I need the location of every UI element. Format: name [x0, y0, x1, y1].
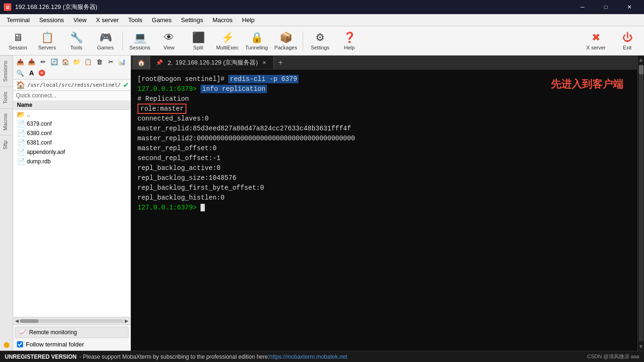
menu-xserver[interactable]: X server [91, 16, 123, 24]
scroll-left-arrow[interactable]: ◀ [15, 318, 19, 323]
left-tab-sftp[interactable]: Sftp [0, 135, 13, 154]
scroll-down-arrow[interactable]: ▼ [637, 342, 644, 351]
xserver-label: X server [587, 45, 606, 50]
xserver-button[interactable]: ✖ X server [580, 28, 612, 54]
terminal-output[interactable]: 先进入到客户端 [root@bogon sentinel]# redis-cli… [131, 70, 637, 351]
download-button[interactable]: 📥 [26, 56, 37, 67]
terminal-line: repl_backlog_histlen:0 [137, 193, 631, 203]
find-button[interactable]: 🔍 [15, 68, 25, 78]
close-panel-button[interactable]: ✕ [39, 70, 45, 76]
font-button[interactable]: A [26, 68, 37, 78]
terminal-line: second_repl_offset:-1 [137, 153, 631, 163]
scroll-right-arrow[interactable]: ▶ [125, 318, 129, 323]
packages-button[interactable]: 📦 Packages [272, 28, 300, 54]
terminal-line: connected_slaves:0 [137, 114, 631, 124]
session-tab-title: 192.168.126.129 (京淘服务器) [176, 58, 258, 67]
list-item[interactable]: 📄 dump.rdb [13, 157, 130, 166]
session-label: Session [8, 45, 27, 50]
remote-monitor-label: Remote monitoring [29, 329, 77, 336]
menu-terminal[interactable]: Terminal [2, 16, 34, 24]
help-button[interactable]: ❓ Help [335, 28, 363, 54]
main-layout: Sessions Tools Macros Sftp 📤 📥 ✏ 🔄 🏠 📁 📋… [0, 56, 644, 351]
new-folder-button[interactable]: 📁 [72, 56, 82, 67]
tab-close-button[interactable]: ✕ [261, 59, 268, 66]
session-icon: 🖥 [13, 32, 23, 44]
status-link[interactable]: https://mobaxterm.mobatek.net [269, 354, 347, 360]
list-item[interactable]: 📄 6380.conf [13, 129, 130, 138]
new-tab-button[interactable]: + [274, 56, 287, 69]
exit-button[interactable]: ⏻ Exit [614, 28, 640, 54]
horizontal-scrollbar[interactable]: ◀ ▶ [13, 317, 130, 324]
list-item[interactable]: 📄 6379.conf [13, 119, 130, 129]
delete-button[interactable]: 🗑 [94, 56, 105, 67]
scroll-up-arrow[interactable]: ▲ [637, 56, 644, 64]
copy-button[interactable]: 📋 [83, 56, 93, 67]
menu-macros[interactable]: Macros [208, 16, 237, 24]
games-button[interactable]: 🎮 Games [91, 28, 120, 54]
file-name: dump.rdb [27, 158, 51, 165]
xserver-icon: ✖ [592, 32, 600, 44]
menu-tools[interactable]: Tools [123, 16, 147, 24]
upload-button[interactable]: 📤 [15, 56, 25, 67]
terminal-line: role:master [137, 104, 631, 114]
quick-connect[interactable]: Quick connect... [13, 91, 130, 101]
home-tab[interactable]: 🏠 [133, 56, 150, 69]
minimize-button[interactable]: ─ [572, 0, 593, 14]
scroll-thumb[interactable] [20, 319, 39, 323]
tools-label: Tools [70, 45, 82, 50]
scroll-track[interactable] [20, 319, 124, 323]
close-button[interactable]: ✕ [619, 0, 640, 14]
right-scrollbar[interactable]: ▲ ▼ [637, 56, 644, 351]
tools-button[interactable]: 🔧 Tools [62, 28, 90, 54]
toolbar-separator-2 [303, 32, 303, 50]
session-tab-1[interactable]: 📌 2. 192.168.126.129 (京淘服务器) ✕ [150, 56, 274, 69]
menu-help[interactable]: Help [237, 16, 259, 24]
file-name: appendonly.aof [27, 149, 65, 155]
scroll-thumb[interactable] [639, 65, 644, 74]
list-item[interactable]: 📄 appendonly.aof [13, 147, 130, 157]
list-item[interactable]: 📄 6381.conf [13, 138, 130, 147]
left-tab-macros[interactable]: Macros [0, 108, 13, 135]
properties-button[interactable]: 📊 [117, 56, 127, 67]
edit-button[interactable]: ✏ [38, 56, 48, 67]
file-icon: 📄 [17, 120, 25, 128]
file-name: .. [27, 111, 30, 118]
toolbar: 🖥 Session 📋 Servers 🔧 Tools 🎮 Games 💻 Se… [0, 26, 644, 56]
sessions-label: Sessions [129, 45, 151, 50]
sessions-button[interactable]: 💻 Sessions [126, 28, 154, 54]
menu-sessions[interactable]: Sessions [34, 16, 69, 24]
menu-view[interactable]: View [69, 16, 91, 24]
terminal-line: master_replid2:0000000000000000000000000… [137, 134, 631, 144]
left-tab-tools[interactable]: Tools [0, 87, 13, 109]
file-icon: 📄 [17, 139, 25, 146]
maximize-button[interactable]: □ [595, 0, 617, 14]
terminal-line-cursor: 127.0.0.1:6379> [137, 203, 631, 213]
scroll-track[interactable] [639, 65, 644, 341]
settings-button[interactable]: ⚙ Settings [306, 28, 334, 54]
remote-monitoring-button[interactable]: 📈 Remote monitoring [15, 327, 129, 338]
list-item[interactable]: 📂 .. [13, 110, 130, 119]
left-tab-sessions[interactable]: Sessions [0, 56, 13, 87]
session-button[interactable]: 🖥 Session [4, 28, 32, 54]
view-button[interactable]: 👁 View [155, 28, 183, 54]
servers-button[interactable]: 📋 Servers [33, 28, 61, 54]
tunneling-button[interactable]: 🔒 Tunneling [242, 28, 271, 54]
menu-settings[interactable]: Settings [177, 16, 208, 24]
menu-games[interactable]: Games [147, 16, 177, 24]
toolbar-separator-1 [122, 32, 123, 50]
home-button[interactable]: 🏠 [60, 56, 71, 67]
cut-button[interactable]: ✂ [105, 56, 116, 67]
folder-icon: 📂 [17, 111, 25, 118]
split-button[interactable]: ⬛ Split [184, 28, 212, 54]
multiexec-button[interactable]: ⚡ MultiExec [213, 28, 242, 54]
indicator-dot [4, 342, 9, 348]
file-icon: 📄 [17, 148, 25, 156]
cursor [201, 204, 205, 211]
app-icon: 🖥 [4, 3, 11, 11]
command-highlight-2: info replication [201, 85, 266, 93]
refresh-button[interactable]: 🔄 [49, 56, 59, 67]
annotation-text: 先进入到客户端 [551, 76, 623, 92]
file-name: 6381.conf [27, 139, 52, 146]
file-name: 6380.conf [27, 130, 52, 137]
follow-folder-checkbox[interactable] [17, 341, 23, 347]
